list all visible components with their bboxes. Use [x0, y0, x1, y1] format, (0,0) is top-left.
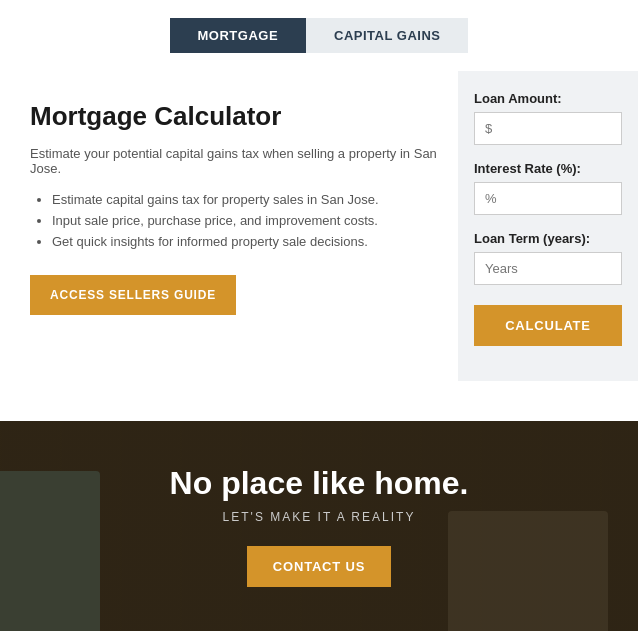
- loan-amount-label: Loan Amount:: [474, 91, 622, 106]
- bullet-list: Estimate capital gains tax for property …: [30, 192, 470, 249]
- page-title: Mortgage Calculator: [30, 101, 470, 132]
- hero-content: No place like home. LET'S MAKE IT A REAL…: [170, 465, 469, 587]
- hero-title: No place like home.: [170, 465, 469, 502]
- loan-term-label: Loan Term (years):: [474, 231, 622, 246]
- calculate-button[interactable]: CALCULATE: [474, 305, 622, 346]
- tab-bar: MORTGAGE CAPITAL GAINS: [0, 0, 638, 71]
- interest-rate-label: Interest Rate (%):: [474, 161, 622, 176]
- list-item: Get quick insights for informed property…: [52, 234, 470, 249]
- loan-term-field: Loan Term (years):: [474, 231, 622, 285]
- subtitle-text: Estimate your potential capital gains ta…: [30, 146, 470, 176]
- tab-mortgage[interactable]: MORTGAGE: [170, 18, 307, 53]
- access-sellers-guide-button[interactable]: ACCESS SELLERS GUIDE: [30, 275, 236, 315]
- loan-term-input[interactable]: [474, 252, 622, 285]
- left-content: Mortgage Calculator Estimate your potent…: [30, 101, 490, 381]
- interest-rate-field: Interest Rate (%):: [474, 161, 622, 215]
- contact-us-button[interactable]: CONTACT US: [247, 546, 391, 587]
- hero-subtitle: LET'S MAKE IT A REALITY: [170, 510, 469, 524]
- loan-amount-field: Loan Amount:: [474, 91, 622, 145]
- hero-section: No place like home. LET'S MAKE IT A REAL…: [0, 421, 638, 631]
- calculator-panel: Loan Amount: Interest Rate (%): Loan Ter…: [458, 71, 638, 381]
- main-section: Mortgage Calculator Estimate your potent…: [0, 71, 638, 421]
- loan-amount-input[interactable]: [474, 112, 622, 145]
- interest-rate-input[interactable]: [474, 182, 622, 215]
- tab-capital-gains[interactable]: CAPITAL GAINS: [306, 18, 468, 53]
- list-item: Input sale price, purchase price, and im…: [52, 213, 470, 228]
- list-item: Estimate capital gains tax for property …: [52, 192, 470, 207]
